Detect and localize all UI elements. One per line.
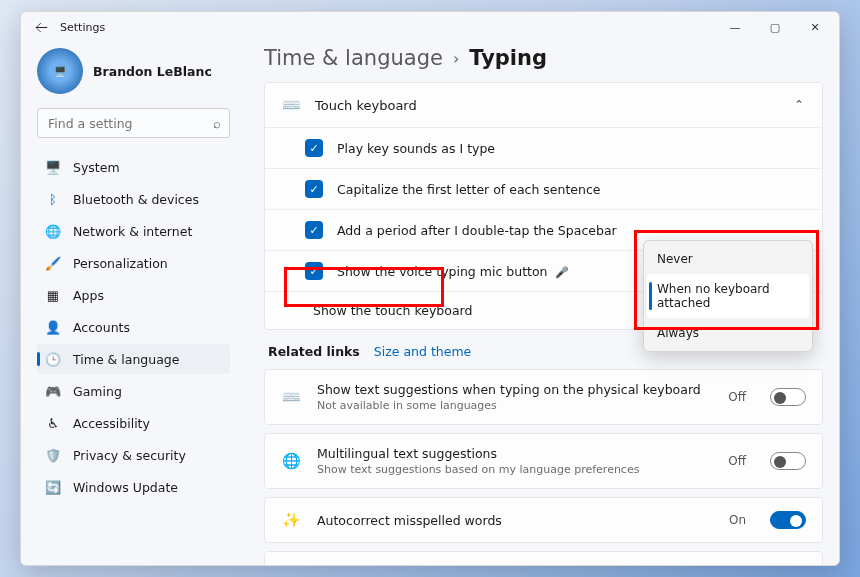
dropdown-option[interactable]: Always <box>647 318 809 348</box>
option-label: Show the voice typing mic button 🎤 <box>337 264 569 279</box>
toggle-state-label: Off <box>728 390 746 404</box>
card-icon: 🌐 <box>281 451 301 471</box>
touch-keyboard-option[interactable]: ✓Play key sounds as I type <box>265 127 822 168</box>
card-title: Multilingual text suggestions <box>317 446 712 461</box>
checkbox-icon[interactable]: ✓ <box>305 180 323 198</box>
nav-label: Time & language <box>73 352 179 367</box>
titlebar: 🡠 Settings — ▢ ✕ <box>21 12 839 42</box>
related-label: Related links <box>268 344 360 359</box>
nav-label: Network & internet <box>73 224 192 239</box>
nav-label: Gaming <box>73 384 122 399</box>
card-title: Autocorrect misspelled words <box>317 513 713 528</box>
touch-keyboard-option[interactable]: ✓Capitalize the first letter of each sen… <box>265 168 822 209</box>
profile-block[interactable]: 🖥️ Brandon LeBlanc <box>37 42 230 108</box>
nav-icon: 🖥️ <box>45 159 61 175</box>
nav-label: Accessibility <box>73 416 150 431</box>
size-theme-link[interactable]: Size and theme <box>374 344 472 359</box>
option-label: Add a period after I double-tap the Spac… <box>337 223 617 238</box>
mic-icon: 🎤 <box>552 266 570 279</box>
minimize-button[interactable]: — <box>715 13 755 41</box>
sidebar-item-bluetooth-devices[interactable]: ᛒBluetooth & devices <box>37 184 230 214</box>
search-icon: ⌕ <box>213 116 221 131</box>
nav-icon: ᛒ <box>45 191 61 207</box>
content-scroll[interactable]: ⌨️ Touch keyboard ⌃ ✓Play key sounds as … <box>264 82 835 565</box>
breadcrumb-current: Typing <box>469 46 547 70</box>
nav-label: Privacy & security <box>73 448 186 463</box>
back-button[interactable]: 🡠 <box>35 20 48 35</box>
nav-icon: 🎮 <box>45 383 61 399</box>
card-subtitle: Show text suggestions based on my langua… <box>317 463 712 476</box>
option-label: Capitalize the first letter of each sent… <box>337 182 601 197</box>
card-title: Show text suggestions when typing on the… <box>317 382 712 397</box>
avatar: 🖥️ <box>37 48 83 94</box>
nav-label: System <box>73 160 120 175</box>
sidebar-item-accounts[interactable]: 👤Accounts <box>37 312 230 342</box>
sidebar-item-privacy-security[interactable]: 🛡️Privacy & security <box>37 440 230 470</box>
nav-icon: 👤 <box>45 319 61 335</box>
breadcrumb: Time & language › Typing <box>264 42 835 82</box>
nav-label: Accounts <box>73 320 130 335</box>
settings-card[interactable]: ⌨️Show text suggestions when typing on t… <box>264 369 823 425</box>
sidebar-item-accessibility[interactable]: ♿Accessibility <box>37 408 230 438</box>
nav-icon: 🔄 <box>45 479 61 495</box>
sidebar: 🖥️ Brandon LeBlanc ⌕ 🖥️SystemᛒBluetooth … <box>21 42 236 565</box>
toggle-switch[interactable] <box>770 388 806 406</box>
nav-label: Personalization <box>73 256 168 271</box>
main-panel: Time & language › Typing ⌨️ Touch keyboa… <box>236 42 839 565</box>
sidebar-item-network-internet[interactable]: 🌐Network & internet <box>37 216 230 246</box>
nav-label: Bluetooth & devices <box>73 192 199 207</box>
card-icon: ✨ <box>281 564 301 565</box>
checkbox-icon[interactable]: ✓ <box>305 221 323 239</box>
sidebar-item-time-language[interactable]: 🕒Time & language <box>37 344 230 374</box>
nav-list: 🖥️SystemᛒBluetooth & devices🌐Network & i… <box>37 152 230 502</box>
show-touch-keyboard-dropdown[interactable]: NeverWhen no keyboard attachedAlways <box>643 240 813 352</box>
checkbox-icon[interactable]: ✓ <box>305 262 323 280</box>
maximize-button[interactable]: ▢ <box>755 13 795 41</box>
chevron-right-icon: › <box>453 49 459 68</box>
sidebar-item-personalization[interactable]: 🖌️Personalization <box>37 248 230 278</box>
touch-keyboard-title: Touch keyboard <box>315 98 417 113</box>
sidebar-item-apps[interactable]: ▦Apps <box>37 280 230 310</box>
card-subtitle: Not available in some languages <box>317 399 712 412</box>
nav-icon: 🛡️ <box>45 447 61 463</box>
sidebar-item-system[interactable]: 🖥️System <box>37 152 230 182</box>
nav-label: Windows Update <box>73 480 178 495</box>
nav-icon: ▦ <box>45 287 61 303</box>
keyboard-icon: ⌨️ <box>281 95 301 115</box>
toggle-state-label: On <box>729 513 746 527</box>
search-field[interactable]: ⌕ <box>37 108 230 138</box>
option-label: Show the touch keyboard <box>313 303 472 318</box>
dropdown-option[interactable]: When no keyboard attached <box>647 274 809 318</box>
app-title: Settings <box>60 21 105 34</box>
toggle-switch[interactable] <box>770 511 806 529</box>
nav-icon: 🖌️ <box>45 255 61 271</box>
settings-card[interactable]: ✨Autocorrect misspelled wordsOn <box>264 497 823 543</box>
sidebar-item-windows-update[interactable]: 🔄Windows Update <box>37 472 230 502</box>
toggle-switch[interactable] <box>770 452 806 470</box>
nav-icon: 🌐 <box>45 223 61 239</box>
settings-card[interactable]: 🌐Multilingual text suggestionsShow text … <box>264 433 823 489</box>
checkbox-icon[interactable]: ✓ <box>305 139 323 157</box>
card-icon: ✨ <box>281 510 301 530</box>
settings-card[interactable]: ✨Highlight misspelled wordsOn <box>264 551 823 565</box>
chevron-up-icon: ⌃ <box>794 98 804 112</box>
option-label: Play key sounds as I type <box>337 141 495 156</box>
toggle-state-label: Off <box>728 454 746 468</box>
dropdown-option[interactable]: Never <box>647 244 809 274</box>
close-button[interactable]: ✕ <box>795 13 835 41</box>
nav-icon: ♿ <box>45 415 61 431</box>
profile-name: Brandon LeBlanc <box>93 64 212 79</box>
settings-window: 🡠 Settings — ▢ ✕ 🖥️ Brandon LeBlanc ⌕ 🖥️… <box>20 11 840 566</box>
nav-label: Apps <box>73 288 104 303</box>
breadcrumb-parent[interactable]: Time & language <box>264 46 443 70</box>
touch-keyboard-header[interactable]: ⌨️ Touch keyboard ⌃ <box>265 83 822 127</box>
search-input[interactable] <box>46 115 213 132</box>
nav-icon: 🕒 <box>45 351 61 367</box>
sidebar-item-gaming[interactable]: 🎮Gaming <box>37 376 230 406</box>
card-icon: ⌨️ <box>281 387 301 407</box>
